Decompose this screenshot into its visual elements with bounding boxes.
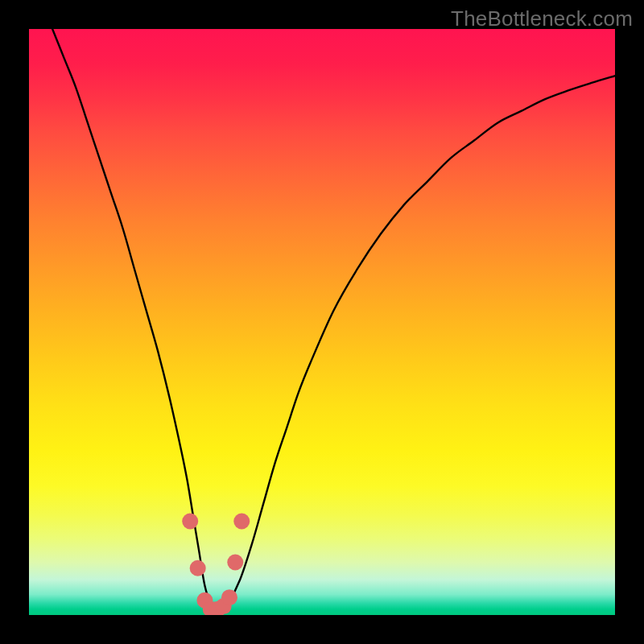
- curve-marker: [233, 514, 250, 530]
- curve-line: [52, 29, 615, 610]
- curve-marker: [227, 554, 243, 570]
- plot-area: [29, 29, 615, 615]
- chart-frame: TheBottleneck.com: [0, 0, 644, 644]
- watermark-text: TheBottleneck.com: [451, 6, 633, 31]
- curve-marker: [190, 560, 206, 576]
- curve-path: [52, 29, 615, 610]
- curve-marker: [182, 514, 198, 530]
- curve-markers: [182, 514, 250, 615]
- curve-marker: [221, 589, 237, 605]
- chart-svg: [29, 29, 615, 615]
